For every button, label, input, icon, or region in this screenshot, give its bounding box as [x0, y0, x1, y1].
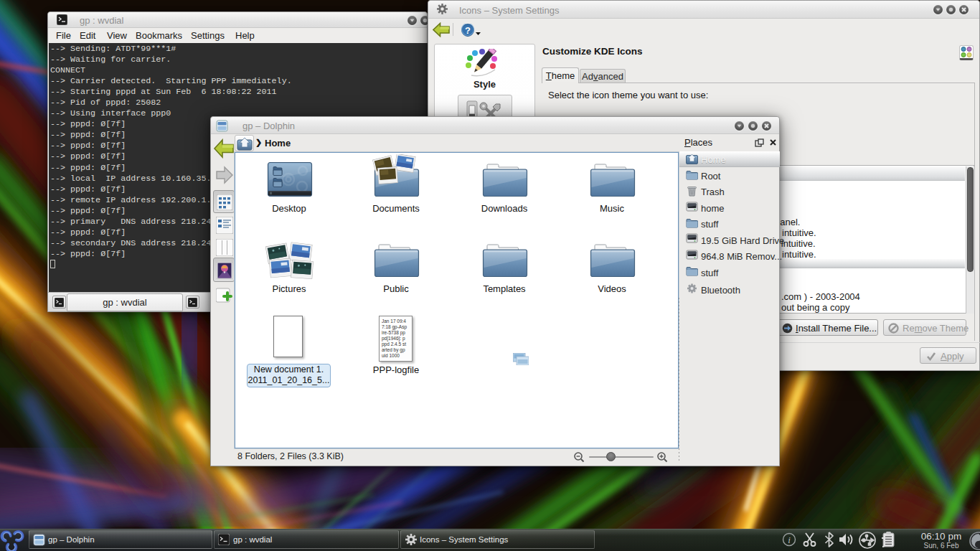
svg-text:i: i: [788, 534, 791, 545]
svg-text:?: ?: [465, 25, 471, 36]
